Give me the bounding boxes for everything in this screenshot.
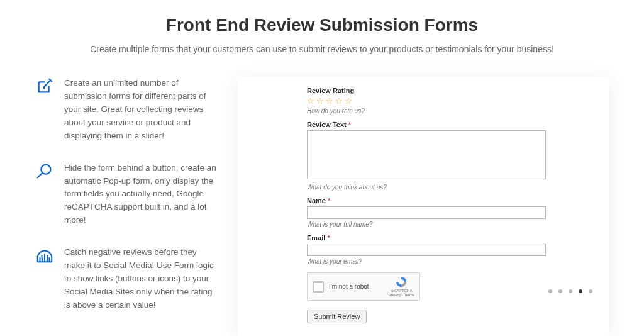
carousel-dot[interactable] bbox=[579, 289, 582, 293]
email-help: What is your email? bbox=[307, 258, 546, 265]
recaptcha-label: I'm not a robot bbox=[329, 283, 384, 290]
email-label: Email * bbox=[307, 234, 546, 242]
carousel-dot[interactable] bbox=[548, 289, 552, 293]
svg-line-4 bbox=[42, 255, 42, 262]
arch-icon bbox=[35, 246, 54, 265]
feature-item: Hide the form behind a button, create an… bbox=[35, 162, 218, 228]
page-title: Front End Review Submission Forms bbox=[35, 15, 609, 35]
svg-point-0 bbox=[41, 164, 50, 174]
carousel-dot[interactable] bbox=[569, 289, 572, 293]
review-text-help: What do you think about us? bbox=[307, 184, 546, 191]
search-icon bbox=[35, 162, 54, 181]
name-input[interactable] bbox=[307, 206, 546, 219]
feature-text: Hide the form behind a button, create an… bbox=[64, 162, 218, 228]
svg-line-6 bbox=[47, 255, 48, 262]
carousel-dot[interactable] bbox=[589, 289, 592, 293]
carousel-dots[interactable] bbox=[548, 289, 592, 293]
feature-item: Create an unlimited number of submission… bbox=[35, 77, 218, 143]
email-input[interactable] bbox=[307, 244, 546, 256]
page-subtitle: Create multiple forms that your customer… bbox=[35, 44, 609, 54]
features-list: Create an unlimited number of submission… bbox=[35, 77, 218, 336]
review-text-label: Review Text * bbox=[307, 121, 546, 128]
name-help: What is your full name? bbox=[307, 221, 546, 228]
edit-icon bbox=[35, 77, 54, 96]
recaptcha-icon bbox=[395, 276, 408, 288]
rating-label: Review Rating bbox=[307, 87, 546, 94]
star-rating[interactable]: ☆☆☆☆☆ bbox=[307, 96, 546, 106]
review-text-input[interactable] bbox=[307, 130, 546, 179]
recaptcha-checkbox[interactable] bbox=[313, 281, 324, 293]
feature-text: Create an unlimited number of submission… bbox=[64, 77, 218, 143]
svg-line-1 bbox=[38, 173, 42, 177]
carousel-dot[interactable] bbox=[558, 289, 562, 293]
rating-help: How do you rate us? bbox=[307, 108, 546, 115]
feature-item: Catch negative reviews before they make … bbox=[35, 246, 218, 312]
recaptcha-badge: reCAPTCHA Privacy - Terms bbox=[389, 276, 414, 297]
feature-text: Catch negative reviews before they make … bbox=[64, 246, 218, 312]
name-label: Name * bbox=[307, 197, 546, 204]
form-preview-card: Review Rating ☆☆☆☆☆ How do you rate us? … bbox=[238, 77, 609, 336]
submit-review-button[interactable]: Submit Review bbox=[307, 310, 367, 323]
recaptcha-widget[interactable]: I'm not a robot reCAPTCHA Privacy - Term… bbox=[307, 272, 420, 301]
